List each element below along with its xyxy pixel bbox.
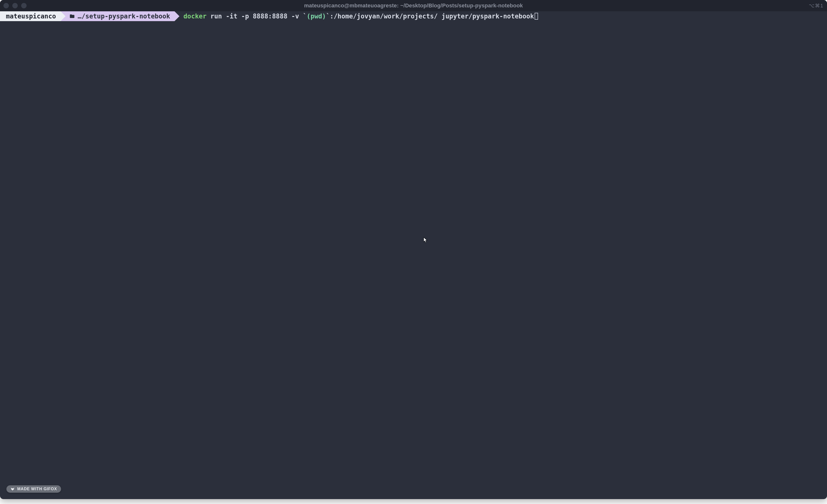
prompt-line[interactable]: mateuspicanco …/setup-pyspark-notebook d…	[0, 11, 827, 21]
close-dot[interactable]	[3, 3, 9, 8]
window-title: mateuspicanco@mbmateuoagreste: ~/Desktop…	[304, 2, 523, 9]
titlebar[interactable]: mateuspicanco@mbmateuoagreste: ~/Desktop…	[0, 0, 827, 11]
text-cursor	[535, 13, 538, 20]
cmd-subshell: (pwd)	[307, 11, 326, 21]
watermark-text: MADE WITH GIFOX	[17, 487, 57, 491]
minimize-dot[interactable]	[12, 3, 18, 8]
watermark-badge[interactable]: MADE WITH GIFOX	[6, 485, 61, 493]
folder-icon	[69, 13, 75, 19]
prompt-path-segment: …/setup-pyspark-notebook	[60, 11, 175, 21]
command-text[interactable]: docker run -it -p 8888:8888 -v ` (pwd) `…	[175, 11, 538, 21]
cmd-args-pre: run -it -p 8888:8888 -v `	[206, 11, 307, 21]
fox-icon	[10, 487, 15, 491]
terminal-body[interactable]	[0, 21, 827, 499]
terminal-window[interactable]: mateuspicanco@mbmateuoagreste: ~/Desktop…	[0, 0, 827, 499]
cmd-args-post: `:/home/jovyan/work/projects/ jupyter/py…	[326, 11, 534, 21]
window-controls[interactable]	[3, 3, 27, 8]
prompt-path: …/setup-pyspark-notebook	[78, 11, 170, 21]
zoom-dot[interactable]	[21, 3, 27, 8]
prompt-user-segment: mateuspicanco	[0, 11, 60, 21]
cmd-bin: docker	[183, 11, 206, 21]
shortcut-hint: ⌥⌘1	[809, 3, 824, 9]
prompt-user: mateuspicanco	[6, 11, 56, 21]
